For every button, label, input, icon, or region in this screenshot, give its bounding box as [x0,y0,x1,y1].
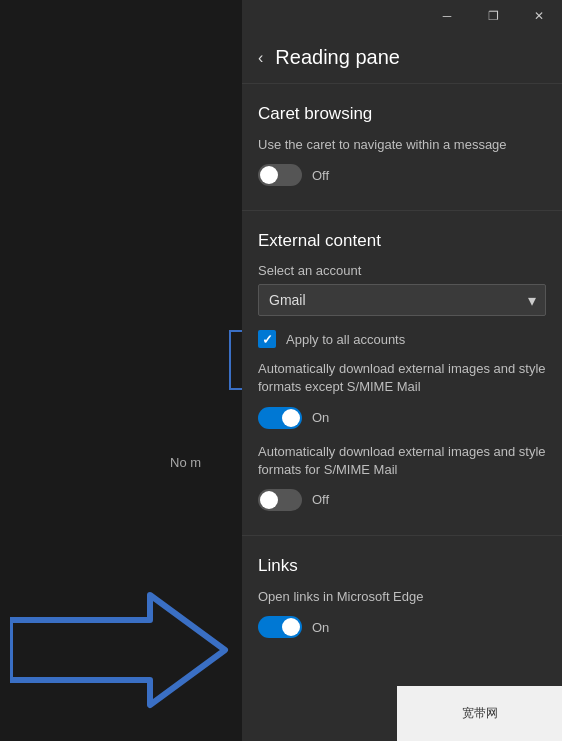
restore-button[interactable]: ❐ [470,0,516,32]
smime-desc: Automatically download external images a… [258,443,546,479]
account-select-wrapper: Gmail Outlook All accounts [258,284,546,316]
images-auto-toggle-row: On [258,407,546,429]
images-auto-toggle-thumb [282,409,300,427]
caret-toggle-track[interactable] [258,164,302,186]
apply-all-row: ✓ Apply to all accounts [258,330,546,348]
apply-all-checkbox[interactable]: ✓ [258,330,276,348]
panel-title: Reading pane [275,46,400,69]
images-auto-toggle-track[interactable] [258,407,302,429]
open-edge-toggle[interactable] [258,616,302,638]
caret-browsing-section: Caret browsing Use the caret to navigate… [242,84,562,210]
links-title: Links [258,556,546,576]
external-content-section: External content Select an account Gmail… [242,211,562,535]
panel-header: ‹ Reading pane [242,32,562,84]
settings-panel: ‹ Reading pane Caret browsing Use the ca… [242,32,562,741]
open-edge-toggle-row: On [258,616,546,638]
no-messages-text: No m [170,455,201,470]
caret-toggle-label: Off [312,168,329,183]
arrow-indicator [10,590,230,710]
caret-browsing-toggle-row: Off [258,164,546,186]
images-auto-toggle-label: On [312,410,329,425]
images-auto-toggle[interactable] [258,407,302,429]
select-account-label: Select an account [258,263,546,278]
open-edge-toggle-track[interactable] [258,616,302,638]
caret-browsing-title: Caret browsing [258,104,546,124]
watermark-overlay: 宽带网 [397,686,562,741]
caret-browsing-desc: Use the caret to navigate within a messa… [258,136,546,154]
open-edge-toggle-label: On [312,620,329,635]
close-button[interactable]: ✕ [516,0,562,32]
account-select[interactable]: Gmail Outlook All accounts [258,284,546,316]
minimize-button[interactable]: ─ [424,0,470,32]
svg-marker-0 [10,595,225,705]
open-edge-desc: Open links in Microsoft Edge [258,588,546,606]
links-section: Links Open links in Microsoft Edge On [242,536,562,662]
smime-toggle-thumb [260,491,278,509]
images-auto-desc: Automatically download external images a… [258,360,546,396]
caret-toggle-thumb [260,166,278,184]
title-bar: ─ ❐ ✕ [242,0,562,32]
smime-toggle[interactable] [258,489,302,511]
smime-toggle-row: Off [258,489,546,511]
back-button[interactable]: ‹ [258,49,263,67]
checkmark-icon: ✓ [262,332,273,347]
caret-browsing-toggle[interactable] [258,164,302,186]
open-edge-toggle-thumb [282,618,300,636]
smime-toggle-label: Off [312,492,329,507]
external-content-title: External content [258,231,546,251]
apply-all-label: Apply to all accounts [286,332,405,347]
watermark-text: 宽带网 [462,705,498,722]
smime-toggle-track[interactable] [258,489,302,511]
